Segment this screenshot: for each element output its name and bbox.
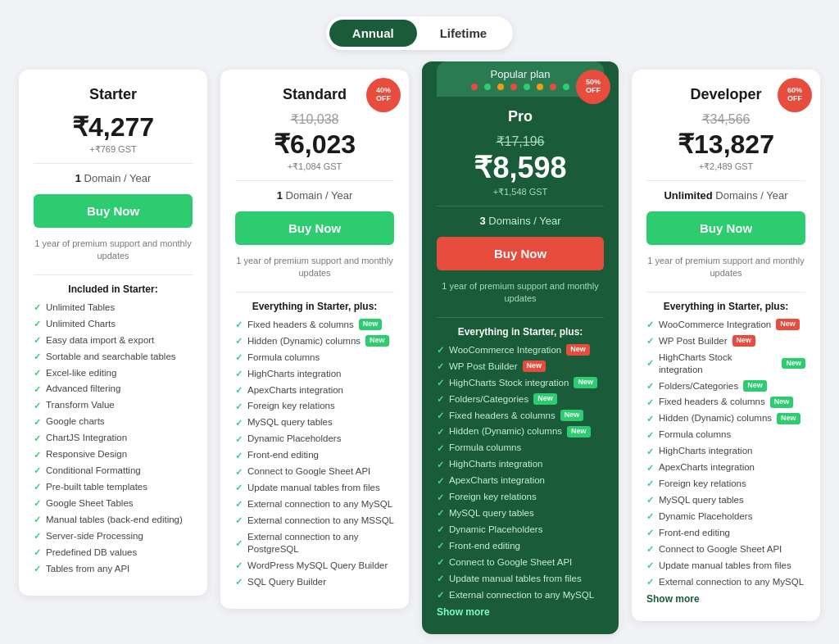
feature-text: Advanced filtering [46,383,120,395]
show-more-link[interactable]: Show more [437,606,604,618]
check-icon: ✓ [646,510,654,522]
plans-container: Starter₹4,277+₹769 GST1 Domain / YearBuy… [10,70,829,634]
feature-text: Google Sheet Tables [46,497,134,510]
check-icon: ✓ [646,494,654,506]
check-icon: ✓ [34,302,41,313]
feature-item: ✓ Fixed headers & columns New [437,410,604,422]
check-icon: ✓ [235,335,243,347]
check-icon: ✓ [437,344,444,356]
plan-name: Starter [34,86,193,103]
domain-text: 1 Domain / Year [34,172,193,184]
current-price: ₹4,277 [34,111,193,143]
feature-item: ✓ Update manual tables from files [646,560,805,572]
feature-item: ✓ Foreign key relations [437,491,604,503]
annual-toggle[interactable]: Annual [329,20,417,47]
new-badge: New [365,335,389,347]
feature-item: ✓ Transform Value [34,399,193,411]
feature-item: ✓ Hidden (Dynamic) columns New [235,335,394,347]
feature-item: ✓ Front-end editing [646,527,805,539]
feature-text: Fixed headers & columns [247,319,354,331]
feature-item: ✓ WooCommerce Integration New [437,344,604,356]
feature-text: Manual tables (back-end editing) [46,514,183,526]
new-badge: New [574,377,597,388]
features-divider [235,292,394,293]
feature-item: ✓ Connect to Google Sheet API [437,556,604,569]
feature-item: ✓ Connect to Google Sheet API [235,465,394,478]
feature-item: ✓ WooCommerce Integration New [646,319,805,331]
feature-item: ✓ HighCharts integration [437,458,604,470]
features-divider [646,292,805,293]
feature-item: ✓ HighCharts Stock integration New [646,351,805,376]
feature-item: ✓ HighCharts integration [646,445,805,457]
feature-text: ApexCharts integration [659,461,755,474]
check-icon: ✓ [646,357,654,369]
feature-text: Unlimited Charts [46,318,116,330]
feature-text: Pre-built table templates [46,481,147,493]
feature-text: HighCharts integration [659,445,752,457]
check-icon: ✓ [646,397,654,408]
original-price: ₹17,196 [437,134,604,149]
buy-button[interactable]: Buy Now [34,194,193,228]
check-icon: ✓ [34,563,41,574]
check-icon: ✓ [34,530,41,542]
check-icon: ✓ [437,475,444,487]
feature-text: Front-end editing [449,540,520,552]
feature-text: MySQL query tables [449,507,534,519]
feature-text: ApexCharts integration [247,384,343,397]
feature-text: ApexCharts integration [449,474,545,487]
feature-text: ChartJS Integration [46,432,127,444]
check-icon: ✓ [646,462,654,474]
discount-badge: 60%OFF [778,78,812,112]
feature-text: HighCharts integration [449,458,542,470]
check-icon: ✓ [437,410,444,421]
check-icon: ✓ [437,361,444,372]
new-badge: New [776,319,800,330]
feature-text: Dynamic Placeholders [449,524,542,536]
feature-item: ✓ WordPress MySQL Query Builder [235,560,394,572]
feature-item: ✓ Pre-built table templates [34,481,193,493]
show-more-link[interactable]: Show more [646,593,805,605]
feature-item: ✓ Conditional Formatting [34,465,193,477]
new-badge: New [770,397,794,408]
check-icon: ✓ [646,560,654,571]
check-icon: ✓ [437,377,444,388]
feature-item: ✓ ApexCharts integration [235,384,394,397]
buy-button[interactable]: Buy Now [235,211,394,245]
feature-text: Hidden (Dynamic) columns [247,335,361,347]
feature-text: Update manual tables from files [659,560,791,572]
check-icon: ✓ [235,450,243,461]
buy-button[interactable]: Buy Now [437,237,604,270]
check-icon: ✓ [235,433,243,445]
feature-text: WordPress MySQL Query Builder [247,560,388,572]
check-icon: ✓ [646,413,654,424]
feature-item: ✓ Google Sheet Tables [34,497,193,510]
lifetime-toggle[interactable]: Lifetime [417,20,510,47]
new-badge: New [359,319,383,330]
support-text: 1 year of premium support and monthly up… [34,238,193,263]
feature-text: Update manual tables from files [449,573,582,585]
feature-item: ✓ Advanced filtering [34,383,193,395]
feature-text: Unlimited Tables [46,302,115,314]
check-icon: ✓ [235,466,243,478]
check-icon: ✓ [437,393,444,405]
feature-item: ✓ HighCharts Stock integration New [437,377,604,389]
feature-item: ✓ Formula columns [235,351,394,364]
feature-item: ✓ Front-end editing [437,540,604,552]
check-icon: ✓ [34,367,41,379]
divider [646,180,805,181]
gst-text: +₹1,548 GST [437,187,604,197]
feature-text: Google charts [46,415,105,428]
check-icon: ✓ [437,442,444,454]
domain-text: Unlimited Domains / Year [646,189,805,202]
new-badge: New [560,410,584,421]
check-icon: ✓ [235,417,243,429]
buy-button[interactable]: Buy Now [646,211,805,245]
feature-list: ✓ Unlimited Tables ✓ Unlimited Charts ✓ … [34,302,193,575]
feature-text: MySQL query tables [247,416,333,429]
feature-item: ✓ ApexCharts integration [437,474,604,487]
feature-text: Hidden (Dynamic) columns [659,412,772,424]
feature-item: ✓ Sortable and searchable tables [34,351,193,363]
check-icon: ✓ [34,433,41,444]
feature-text: WooCommerce Integration [659,319,771,331]
feature-text: Foreign key relations [247,400,335,412]
